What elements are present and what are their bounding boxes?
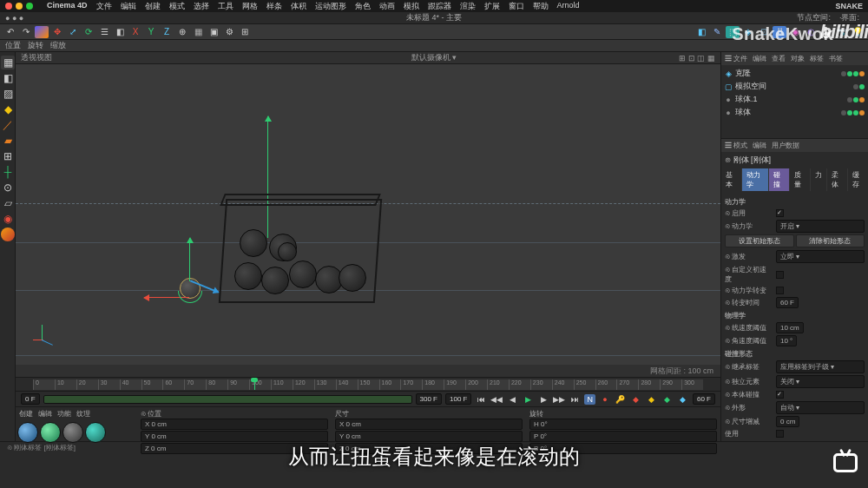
volume-button[interactable]: ⊡	[757, 26, 771, 38]
material-preview[interactable]	[40, 422, 61, 443]
axis-mode-icon[interactable]: ┼	[1, 165, 15, 179]
uv-mode-icon[interactable]: ⊞	[1, 149, 15, 163]
mat-tab-create[interactable]: 创建	[19, 409, 33, 419]
texture-mode-icon[interactable]: ▨	[1, 87, 15, 101]
mat-tab-tex[interactable]: 纹理	[76, 409, 90, 419]
attr-tab-cache[interactable]: 缓存	[848, 168, 868, 191]
start-frame-field[interactable]: 0 F	[21, 393, 40, 405]
view-mode-icon[interactable]: ◉	[1, 212, 15, 226]
subdiv-button[interactable]: ◈	[741, 26, 755, 38]
mode-scale[interactable]: 缩放	[50, 40, 66, 51]
app-menu[interactable]: Cinema 4D 文件编辑创建 模式选择工具 网格样条体积 运动图形角色动画 …	[47, 1, 580, 12]
move-tool[interactable]: ✥	[50, 26, 64, 38]
attr-tab-collision[interactable]: 碰撞	[769, 168, 789, 191]
rot-b-field[interactable]: B 0°	[529, 443, 717, 454]
viewport-tools[interactable]: ⊞ ⊡ ◫ ▦	[679, 54, 715, 63]
axis-z-toggle[interactable]: Z	[160, 26, 174, 38]
material-preview[interactable]	[62, 422, 83, 443]
rot-h-field[interactable]: H 0°	[529, 419, 717, 430]
anim-end-field[interactable]: 60 F	[693, 393, 715, 405]
obj-tab-edit[interactable]: 编辑	[753, 54, 766, 63]
mode-rotation[interactable]: 旋转	[28, 40, 43, 51]
attr-trigger-select[interactable]: 立即 ▾	[776, 250, 865, 263]
goto-start-button[interactable]: ⏮	[475, 393, 487, 406]
obj-tab-file[interactable]: ☰ 文件	[725, 54, 747, 63]
attr-tab-userdata[interactable]: 用户数据	[772, 141, 799, 150]
prev-frame-button[interactable]: ◀	[506, 393, 518, 406]
attr-trans-time-field[interactable]: 60 F	[776, 297, 799, 308]
gizmo-rotation-arc[interactable]	[178, 291, 202, 303]
key-pos-button[interactable]: ◆	[630, 393, 642, 406]
rotate-tool[interactable]: ⟳	[82, 26, 95, 38]
env-button[interactable]: ☁	[819, 26, 833, 38]
minimize-traffic-light[interactable]	[16, 3, 23, 10]
attr-individual-select[interactable]: 关闭 ▾	[776, 375, 865, 388]
poly-mode-icon[interactable]: ▰	[1, 134, 15, 148]
deformer-button[interactable]: ◐	[804, 26, 818, 38]
end-frame-field[interactable]: 300 F	[416, 393, 442, 405]
key-param-button[interactable]: ◆	[677, 393, 689, 406]
point-mode-icon[interactable]: ◆	[1, 102, 15, 116]
pos-z-field[interactable]: Z 0 cm	[141, 443, 328, 454]
attr-tab-dynamics[interactable]: 动力学	[742, 168, 768, 191]
range-bar[interactable]	[43, 395, 412, 404]
mode-position[interactable]: 位置	[5, 40, 21, 51]
attr-tab-edit[interactable]: 编辑	[753, 141, 766, 150]
workplane-icon[interactable]: ▱	[1, 196, 15, 210]
object-tags[interactable]	[841, 110, 865, 115]
rot-p-field[interactable]: P 0°	[529, 431, 717, 442]
timeline[interactable]: 01020 304050 607080 90100110 120130140 1…	[16, 377, 720, 391]
model-mode-icon[interactable]: ▦	[1, 56, 15, 69]
edge-mode-icon[interactable]: ／	[1, 118, 15, 132]
set-initial-button[interactable]: 设置初始形态	[725, 234, 794, 247]
obj-tab-objects[interactable]: 对象	[791, 54, 805, 63]
history-button[interactable]: ◧	[113, 26, 127, 38]
material-preview[interactable]	[17, 422, 38, 443]
gizmo-y-axis[interactable]	[189, 238, 190, 281]
object-mode-icon[interactable]: ◧	[1, 71, 15, 85]
axis-y-toggle[interactable]: Y	[144, 26, 158, 38]
mat-tab-func[interactable]: 功能	[57, 409, 71, 419]
material-preview[interactable]	[85, 422, 106, 443]
attr-shape-select[interactable]: 自动 ▾	[776, 401, 865, 414]
attr-enable-checkbox[interactable]	[776, 209, 784, 217]
record-button[interactable]: ●	[599, 393, 611, 406]
obj-tab-tags[interactable]: 标签	[810, 54, 824, 63]
object-tags[interactable]	[841, 71, 865, 76]
render-pv-button[interactable]: ▣	[207, 26, 220, 38]
attr-use-checkbox[interactable]	[776, 430, 784, 438]
goto-end-button[interactable]: ⏭	[569, 393, 581, 406]
current-frame-field[interactable]: 100 F	[445, 393, 471, 405]
axis-x-toggle[interactable]: X	[128, 26, 142, 38]
attr-tab-mass[interactable]: 质量	[790, 168, 810, 191]
spline-pen-button[interactable]: ✎	[710, 26, 724, 38]
pos-y-field[interactable]: Y 0 cm	[141, 431, 328, 442]
snap-toggle-icon[interactable]: ⊙	[1, 181, 15, 195]
autokey-button[interactable]: 🔑	[615, 393, 627, 406]
object-row[interactable]: ▢模拟空间	[725, 80, 865, 93]
3d-viewport[interactable]	[16, 64, 720, 365]
next-key-button[interactable]: ▶▶	[553, 393, 565, 406]
object-row[interactable]: ◈克隆	[725, 67, 865, 80]
key-rot-button[interactable]: ◆	[661, 393, 674, 406]
attr-ang-thresh-field[interactable]: 10 °	[776, 335, 797, 346]
camera-button[interactable]: 📷	[835, 26, 849, 38]
object-tags[interactable]	[853, 84, 865, 89]
play-button[interactable]: ▶	[522, 393, 534, 406]
undo-button[interactable]: ↶	[3, 26, 17, 38]
cube-primitive-button[interactable]: ◧	[694, 26, 708, 38]
generator-button[interactable]: ⬚	[726, 26, 740, 38]
attr-custom-vel-checkbox[interactable]	[776, 271, 784, 279]
object-tags[interactable]	[847, 97, 865, 102]
close-traffic-light[interactable]	[5, 3, 12, 10]
redo-button[interactable]: ↷	[19, 26, 33, 38]
viewport-camera[interactable]: 默认摄像机 ▾	[411, 52, 457, 63]
attr-tab-mode[interactable]: ☰ 模式	[725, 141, 747, 150]
pos-x-field[interactable]: X 0 cm	[141, 419, 328, 430]
attr-inherit-select[interactable]: 应用标签到子级 ▾	[776, 360, 865, 373]
attr-tab-softbody[interactable]: 柔体	[827, 168, 847, 191]
mograph-button[interactable]: ⠿	[773, 26, 786, 38]
attr-tab-force[interactable]: 力	[811, 168, 826, 191]
asset-browser-button[interactable]: ⊞	[238, 26, 252, 38]
size-y-field[interactable]: Y 0 cm	[335, 431, 523, 442]
